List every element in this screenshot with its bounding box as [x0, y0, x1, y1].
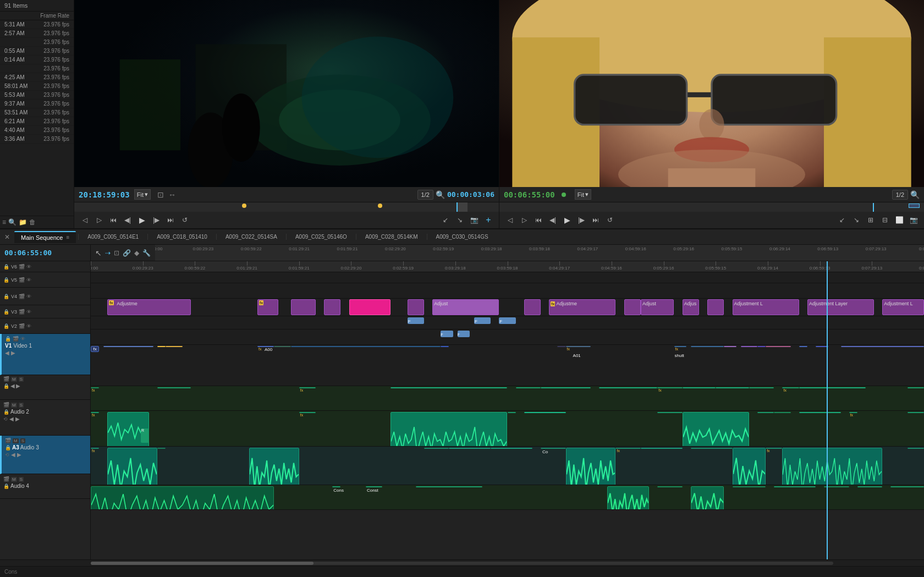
prog-btn-1[interactable]: ↙ — [836, 214, 848, 226]
media-list-item[interactable]: 5:53 AM23.976 fps — [0, 91, 74, 100]
v5-track-icon[interactable]: 🎬 — [19, 277, 25, 283]
a3-clip-4[interactable] — [249, 448, 299, 485]
v4-adj-4[interactable] — [324, 299, 340, 315]
v2-clip-6[interactable]: F — [441, 331, 453, 337]
a3-prev[interactable]: ◀ — [11, 452, 15, 458]
a1-lock[interactable]: 🔒 — [3, 383, 9, 389]
tl-tool-settings[interactable]: 🔧 — [142, 249, 151, 257]
a2-track-icon[interactable]: 🎬 — [3, 402, 9, 408]
media-list-item[interactable]: 3:36 AM23.976 fps — [0, 135, 74, 144]
media-list-item[interactable]: 23.976 fps — [0, 64, 74, 73]
a3-mute[interactable]: M — [13, 438, 19, 443]
a4-clip-3[interactable]: Const — [366, 486, 382, 487]
v1-prev-arrow[interactable]: ◀ — [5, 350, 9, 356]
v2-clip-7[interactable]: F — [458, 331, 470, 337]
a3-clip-12[interactable] — [691, 448, 733, 449]
a2-clip-10[interactable] — [774, 412, 790, 413]
prog-step-back[interactable]: ◀| — [547, 214, 559, 226]
v1-vid-2[interactable]: fx — [103, 346, 153, 347]
v4-pink-1[interactable] — [349, 299, 391, 315]
v1-vid-21[interactable] — [841, 346, 925, 347]
a4-clip-4[interactable]: Constant — [416, 486, 482, 487]
a3-clip-16[interactable] — [908, 448, 924, 449]
a4-lock[interactable]: 🔒 — [3, 483, 9, 489]
a2-clip-6[interactable] — [524, 412, 566, 413]
a3-lock[interactable]: 🔒 — [5, 445, 11, 450]
v2-track-icon[interactable]: 🎬 — [19, 323, 25, 329]
a1-clip-7[interactable] — [599, 387, 657, 388]
a2-lock[interactable]: 🔒 — [3, 409, 9, 415]
a1-clip-9[interactable] — [683, 387, 716, 388]
a1-clip-2[interactable] — [157, 387, 191, 388]
a1-next[interactable]: ▶ — [16, 383, 20, 389]
a4-solo[interactable]: S — [19, 477, 24, 482]
a2-sync[interactable]: ⟲ — [3, 416, 8, 422]
a2-prev[interactable]: ◀ — [9, 416, 14, 422]
prog-mark-in[interactable]: ◁ — [504, 214, 516, 226]
media-list-item[interactable]: 53:51 AM23.976 fps — [0, 108, 74, 117]
a2-clip-1[interactable]: fx C — [91, 412, 99, 413]
a1-clip-6[interactable]: fx — [541, 387, 591, 388]
prog-step-fwd[interactable]: |▶ — [575, 214, 587, 226]
a3-next[interactable]: ▶ — [17, 452, 21, 458]
source-search-icon[interactable]: 🔍 — [436, 190, 445, 199]
v4-adj-7[interactable] — [524, 299, 541, 315]
v6-eye[interactable]: 👁 — [26, 264, 31, 270]
a3-clip-10[interactable]: fx — [615, 448, 640, 449]
media-folder-icon[interactable]: 📁 — [19, 218, 27, 226]
a4-clip-6[interactable] — [657, 486, 682, 487]
source-mark-in[interactable]: ◁ — [79, 214, 91, 226]
a3-clip-11[interactable] — [641, 448, 683, 449]
v1-vid-7[interactable] — [291, 346, 441, 347]
media-list-item[interactable]: 0:55 AM23.976 fps — [0, 47, 74, 56]
prog-loop[interactable]: ↺ — [604, 214, 616, 226]
a3-solo[interactable]: S — [20, 438, 25, 443]
source-loop[interactable]: ↺ — [179, 214, 191, 226]
a2-clip-4[interactable] — [391, 412, 507, 447]
prog-next-clip[interactable]: ⏭ — [590, 214, 602, 226]
timeline-ruler[interactable]: 0:00:000:00:29:230:00:59:220:01:29:210:0… — [155, 245, 924, 261]
v4-adj-12[interactable] — [707, 299, 724, 315]
v6-track-icon[interactable]: 🎬 — [19, 264, 25, 270]
v2-eye[interactable]: 👁 — [26, 323, 31, 329]
prog-prev-clip[interactable]: ⏮ — [532, 214, 544, 226]
a3-clip-9[interactable] — [566, 448, 616, 485]
tl-tool-ripple[interactable]: ⇢ — [105, 249, 111, 257]
v1-eye[interactable]: 👁 — [20, 336, 25, 342]
tl-tool-snap[interactable]: ⊡ — [114, 249, 119, 257]
a2-solo[interactable]: S — [19, 403, 24, 408]
v4-adj-14[interactable]: Adjustment Layer — [807, 299, 874, 315]
a4-clip-8[interactable] — [733, 486, 766, 487]
a3-clip-14[interactable]: fx — [766, 448, 782, 449]
v1-vid-17[interactable] — [757, 346, 766, 347]
v5-eye[interactable]: 👁 — [26, 277, 31, 283]
a4-mute[interactable]: M — [11, 477, 17, 482]
v1-vid-18[interactable] — [766, 346, 790, 347]
prog-btn-3[interactable]: ⊞ — [865, 214, 877, 226]
v4-adj-6[interactable]: Adjust — [432, 299, 499, 315]
a3-clip-7[interactable]: Consta — [491, 448, 532, 449]
a4-track-icon[interactable]: 🎬 — [3, 476, 9, 482]
a2-clip-12[interactable]: fx — [849, 412, 857, 413]
v4-adj-3[interactable] — [291, 299, 316, 315]
v4-adj-11[interactable]: Adjus — [683, 299, 699, 315]
a4-clip-7[interactable] — [691, 486, 724, 510]
program-zoom[interactable]: 1/2 — [892, 190, 908, 200]
a3-clip-5[interactable] — [424, 448, 449, 449]
v3-clip-4[interactable]: F — [499, 317, 515, 324]
source-step-back[interactable]: ◀| — [122, 214, 134, 226]
a1-clip-8[interactable]: fx — [657, 387, 682, 388]
source-next-edit[interactable]: ⏭ — [164, 214, 177, 226]
a1-clip-3[interactable]: fx — [299, 387, 316, 388]
media-list-item[interactable]: 4:40 AM23.976 fps — [0, 126, 74, 135]
v1-vid-8[interactable] — [441, 346, 449, 347]
v1-vid-4[interactable] — [166, 346, 182, 347]
program-scrubber[interactable] — [499, 202, 924, 212]
v1-vid-3[interactable] — [157, 346, 166, 347]
v3-clip-1[interactable]: F — [408, 317, 424, 324]
a2-clip-13[interactable] — [908, 412, 924, 413]
a1-clip-12[interactable]: fx — [782, 387, 799, 388]
a4-clip-5[interactable] — [607, 486, 649, 510]
v1-vid-19[interactable] — [799, 346, 807, 347]
source-mark-out[interactable]: ▷ — [93, 214, 105, 226]
